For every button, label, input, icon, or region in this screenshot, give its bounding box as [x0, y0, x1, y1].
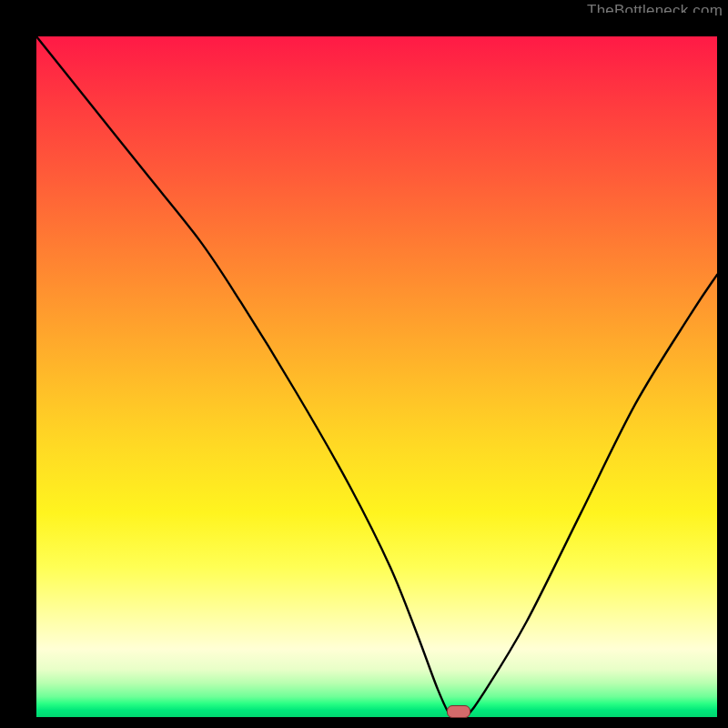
plot-area — [36, 36, 717, 717]
chart-frame — [13, 13, 715, 715]
optimal-marker — [447, 705, 470, 718]
bottleneck-curve-path — [36, 36, 717, 717]
curve-svg — [36, 36, 717, 717]
